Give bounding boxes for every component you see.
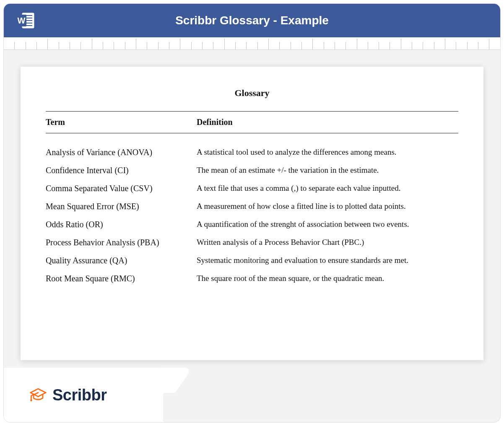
cell-term: Mean Squared Error (MSE) bbox=[46, 202, 197, 211]
scribbr-logo: Scribbr bbox=[29, 386, 107, 404]
cell-definition: Written analysis of a Process Behavior C… bbox=[197, 238, 458, 247]
document-title: Glossary bbox=[46, 88, 458, 99]
svg-text:W: W bbox=[18, 16, 26, 25]
cell-term: Quality Assurance (QA) bbox=[46, 256, 197, 265]
scribbr-wordmark: Scribbr bbox=[52, 386, 107, 404]
glossary-table: Term Definition Analysis of Variance (AN… bbox=[46, 111, 458, 288]
header-title: Scribbr Glossary - Example bbox=[37, 14, 490, 27]
cell-definition: A quantification of the strenght of asso… bbox=[197, 220, 458, 229]
ruler bbox=[4, 37, 500, 50]
header-bar: W Scribbr Glossary - Example bbox=[4, 4, 500, 37]
cell-definition: A text file that uses a comma (,) to sep… bbox=[197, 184, 458, 193]
table-row: Quality Assurance (QA) Systematic monito… bbox=[46, 252, 458, 270]
table-body: Analysis of Variance (ANOVA) A statistic… bbox=[46, 133, 458, 288]
table-row: Odds Ratio (OR) A quantification of the … bbox=[46, 216, 458, 234]
table-row: Confidence Interval (CI) The mean of an … bbox=[46, 161, 458, 179]
logo-corner: Scribbr bbox=[4, 368, 163, 422]
table-header: Term Definition bbox=[46, 111, 458, 133]
cell-term: Root Mean Square (RMC) bbox=[46, 274, 197, 283]
cell-definition: A measurement of how close a fitted line… bbox=[197, 202, 458, 211]
word-icon: W bbox=[14, 9, 37, 32]
app-frame: W Scribbr Glossary - Example Glossary Te… bbox=[3, 3, 501, 423]
cell-definition: The mean of an estimate +/- the variatio… bbox=[197, 166, 458, 175]
table-row: Root Mean Square (RMC) The square root o… bbox=[46, 270, 458, 288]
cell-definition: A statistical tool used to analyze the d… bbox=[197, 148, 458, 157]
graduation-cap-icon bbox=[29, 386, 47, 404]
document-page: Glossary Term Definition Analysis of Var… bbox=[21, 67, 483, 360]
cell-term: Process Behavior Analysis (PBA) bbox=[46, 238, 197, 247]
table-row: Mean Squared Error (MSE) A measurement o… bbox=[46, 197, 458, 216]
cell-term: Odds Ratio (OR) bbox=[46, 220, 197, 229]
workspace: Glossary Term Definition Analysis of Var… bbox=[4, 50, 500, 422]
table-row: Comma Separated Value (CSV) A text file … bbox=[46, 179, 458, 197]
cell-definition: Systematic monitoring and evaluation to … bbox=[197, 256, 458, 265]
table-row: Process Behavior Analysis (PBA) Written … bbox=[46, 234, 458, 252]
cell-term: Confidence Interval (CI) bbox=[46, 166, 197, 175]
cell-term: Comma Separated Value (CSV) bbox=[46, 184, 197, 193]
column-header-term: Term bbox=[46, 117, 197, 127]
cell-definition: The square root of the mean square, or t… bbox=[197, 274, 458, 283]
column-header-definition: Definition bbox=[197, 117, 458, 127]
table-row: Analysis of Variance (ANOVA) A statistic… bbox=[46, 143, 458, 161]
cell-term: Analysis of Variance (ANOVA) bbox=[46, 148, 197, 157]
svg-point-9 bbox=[30, 399, 32, 401]
